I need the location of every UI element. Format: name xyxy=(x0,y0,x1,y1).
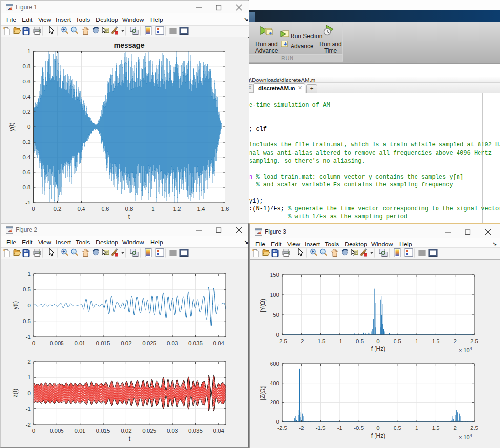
svg-text:400: 400 xyxy=(270,380,279,386)
svg-text:4: 4 xyxy=(470,346,472,351)
svg-text:|Y(Ω)|: |Y(Ω)| xyxy=(259,297,266,312)
svg-text:-0.5: -0.5 xyxy=(354,338,364,344)
svg-text:-0.6: -0.6 xyxy=(21,169,31,175)
svg-text:1.2: 1.2 xyxy=(173,206,181,212)
svg-text:-2.5: -2.5 xyxy=(277,338,287,344)
svg-text:z(t): z(t) xyxy=(12,389,19,397)
svg-text:200: 200 xyxy=(270,399,279,405)
svg-text:-1: -1 xyxy=(25,200,30,205)
svg-text:-0.8: -0.8 xyxy=(21,184,31,190)
svg-text:1.6: 1.6 xyxy=(221,206,229,212)
svg-text:0.2: 0.2 xyxy=(23,109,31,115)
svg-text:2.5: 2.5 xyxy=(470,425,478,431)
svg-text:4: 4 xyxy=(470,433,472,438)
svg-text:0.01: 0.01 xyxy=(75,428,85,434)
svg-text:f (Hz): f (Hz) xyxy=(371,432,385,439)
svg-text:600: 600 xyxy=(270,361,279,367)
svg-text:× 10: × 10 xyxy=(459,434,470,440)
svg-text:0: 0 xyxy=(276,332,279,338)
svg-text:0.01: 0.01 xyxy=(75,340,85,346)
svg-text:2.5: 2.5 xyxy=(470,338,478,344)
svg-text:f (Hz): f (Hz) xyxy=(371,346,385,352)
svg-text:× 10: × 10 xyxy=(459,347,470,353)
svg-text:0: 0 xyxy=(32,206,35,212)
svg-text:0.005: 0.005 xyxy=(50,428,64,434)
svg-text:1: 1 xyxy=(415,425,418,431)
svg-text:1.4: 1.4 xyxy=(197,206,206,212)
svg-text:-0.4: -0.4 xyxy=(21,154,31,160)
svg-text:0.015: 0.015 xyxy=(96,428,110,434)
svg-text:-0.5: -0.5 xyxy=(354,425,364,431)
svg-text:0.03: 0.03 xyxy=(167,340,178,346)
svg-text:0.5: 0.5 xyxy=(394,338,401,344)
svg-text:0.04: 0.04 xyxy=(213,428,225,434)
svg-text:0.015: 0.015 xyxy=(96,340,110,346)
svg-text:1.5: 1.5 xyxy=(432,338,439,344)
svg-text:0: 0 xyxy=(32,340,35,346)
svg-text:0: 0 xyxy=(376,425,379,431)
svg-text:0: 0 xyxy=(27,124,30,130)
svg-text:0: 0 xyxy=(28,390,31,396)
svg-text:0.005: 0.005 xyxy=(50,340,64,346)
svg-text:0: 0 xyxy=(32,428,35,434)
svg-text:0: 0 xyxy=(28,303,31,308)
svg-text:1.5: 1.5 xyxy=(432,425,439,431)
svg-text:-2: -2 xyxy=(26,422,31,428)
svg-text:y(t): y(t) xyxy=(8,122,15,131)
svg-text:y(t): y(t) xyxy=(12,301,19,309)
svg-text:2: 2 xyxy=(453,338,456,344)
svg-text:2: 2 xyxy=(28,359,31,365)
svg-text:-1: -1 xyxy=(337,425,342,431)
svg-text:0: 0 xyxy=(276,419,279,425)
svg-text:0.4: 0.4 xyxy=(78,206,86,212)
svg-text:1: 1 xyxy=(415,338,418,344)
svg-text:1: 1 xyxy=(27,48,30,54)
svg-text:100: 100 xyxy=(270,292,279,298)
svg-text:-1.5: -1.5 xyxy=(316,425,326,431)
svg-text:-2: -2 xyxy=(299,425,304,431)
svg-text:0.04: 0.04 xyxy=(213,340,225,346)
svg-text:-1.5: -1.5 xyxy=(316,338,326,344)
svg-text:-0.2: -0.2 xyxy=(21,139,31,145)
svg-text:-2: -2 xyxy=(299,338,304,344)
svg-text:0.025: 0.025 xyxy=(142,340,156,346)
svg-text:|Z(Ω)|: |Z(Ω)| xyxy=(259,385,266,400)
svg-text:t: t xyxy=(129,435,131,442)
svg-text:-1: -1 xyxy=(26,334,31,340)
svg-text:0.6: 0.6 xyxy=(23,79,31,84)
svg-text:50: 50 xyxy=(273,312,279,318)
svg-text:0.02: 0.02 xyxy=(121,340,131,346)
svg-text:0.6: 0.6 xyxy=(102,206,109,212)
svg-text:0.5: 0.5 xyxy=(394,425,401,431)
svg-text:0.035: 0.035 xyxy=(188,428,203,434)
svg-text:-2.5: -2.5 xyxy=(277,425,287,431)
svg-text:0.035: 0.035 xyxy=(188,340,203,346)
svg-text:-1: -1 xyxy=(337,338,342,344)
svg-text:0.5: 0.5 xyxy=(23,286,31,292)
svg-text:150: 150 xyxy=(270,272,279,278)
svg-text:0.8: 0.8 xyxy=(125,206,133,212)
svg-text:0.02: 0.02 xyxy=(121,428,131,434)
svg-text:-0.5: -0.5 xyxy=(21,318,31,324)
svg-text:1: 1 xyxy=(151,206,154,212)
svg-text:0.4: 0.4 xyxy=(23,94,31,100)
svg-text:0.025: 0.025 xyxy=(142,428,156,434)
svg-text:0.03: 0.03 xyxy=(167,428,178,434)
svg-text:0: 0 xyxy=(376,338,379,344)
svg-text:t: t xyxy=(128,213,130,220)
svg-text:1: 1 xyxy=(28,374,31,380)
svg-text:2: 2 xyxy=(453,425,456,431)
svg-text:1: 1 xyxy=(28,271,31,277)
svg-text:0.8: 0.8 xyxy=(23,63,31,69)
svg-text:0.2: 0.2 xyxy=(54,206,62,212)
svg-text:message: message xyxy=(114,41,144,49)
svg-text:-1: -1 xyxy=(26,406,31,412)
